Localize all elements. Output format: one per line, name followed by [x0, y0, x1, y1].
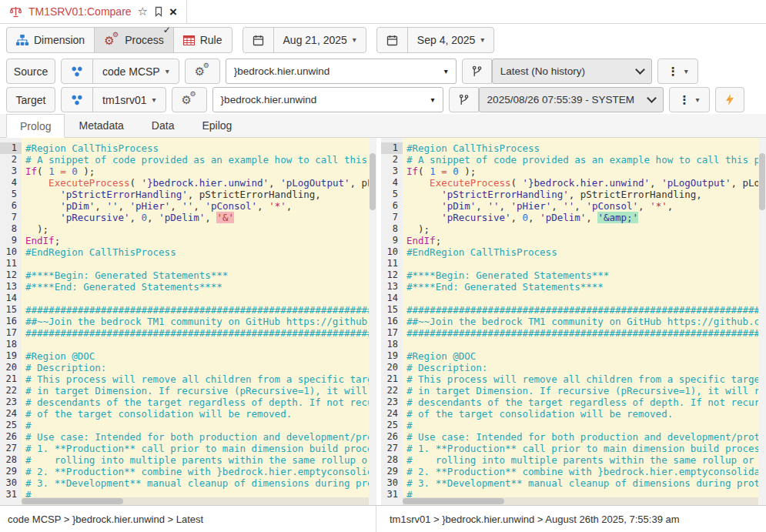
- line-number: 2: [381, 154, 403, 166]
- calendar-icon: [386, 35, 398, 46]
- close-tab-icon[interactable]: ×: [169, 5, 177, 18]
- code-line: [25, 258, 376, 269]
- gear-icon: ⚙⚙: [195, 65, 210, 77]
- target-row: Target tm1srv01 ▾ ⚙⚙ }bedrock.hier.unwin…: [6, 87, 744, 112]
- database-cluster-icon: [71, 95, 83, 105]
- caret-down-icon: ▾: [696, 96, 700, 104]
- line-number: 19: [0, 350, 22, 362]
- code-line: #: [25, 420, 376, 431]
- line-number: 22: [0, 385, 22, 396]
- vertical-scrollbar-thumb[interactable]: [370, 153, 376, 210]
- tab-epilog[interactable]: Epilog: [188, 114, 246, 137]
- horizontal-scrollbar[interactable]: [22, 497, 369, 505]
- rule-button[interactable]: Rule: [173, 27, 232, 53]
- line-number: 30: [381, 477, 403, 489]
- target-version-select[interactable]: 2025/08/26 07:55:39 - SYSTEM: [479, 87, 664, 112]
- calendar-icon: [253, 35, 264, 46]
- line-number: 10: [0, 246, 22, 258]
- tab-metadata[interactable]: Metadata: [65, 114, 137, 137]
- code-line: );: [25, 223, 376, 235]
- source-version-group: Latest (No history): [462, 59, 652, 84]
- date-from-calendar-button[interactable]: [243, 27, 274, 53]
- target-more-menu-button[interactable]: ⋮ ▾: [669, 87, 710, 112]
- source-instance-group: code MCSP ▾: [61, 59, 179, 84]
- code-line: # of the target consolidation will be re…: [25, 408, 376, 420]
- code-line: # in target Dimension. If recursive (pRe…: [406, 385, 766, 396]
- date-to-calendar-button[interactable]: [376, 27, 408, 53]
- line-number: 11: [381, 258, 403, 269]
- source-breadcrumb: code MCSP > }bedrock.hier.unwind > Lates…: [0, 506, 383, 532]
- vertical-scrollbar[interactable]: [369, 138, 376, 505]
- target-process-combobox[interactable]: }bedrock.hier.unwind ▾: [212, 87, 443, 112]
- source-instance-dropdown[interactable]: code MCSP ▾: [92, 59, 179, 84]
- dimension-button[interactable]: Dimension: [6, 27, 95, 53]
- window-tab-title: TM1SRV01:Compare: [28, 5, 132, 18]
- code-line: # 3. **Development** manual cleanup of d…: [25, 477, 376, 489]
- code-line: [406, 258, 766, 269]
- line-number: 29: [381, 466, 403, 477]
- line-number: 23: [381, 396, 403, 408]
- code-line: # 2. **Production** combine with }bedroc…: [406, 466, 766, 477]
- vertical-scrollbar-thumb[interactable]: [759, 153, 765, 210]
- chevron-down-icon: [635, 65, 645, 75]
- code-line: #Region CallThisProcess: [406, 142, 766, 154]
- code-line: ExecuteProcess( '}bedrock.hier.unwind', …: [25, 177, 376, 189]
- date-from-value: Aug 21, 2025: [283, 34, 347, 46]
- source-version-select[interactable]: Latest (No history): [492, 59, 652, 84]
- line-number: 4: [381, 177, 403, 189]
- target-instance-dropdown[interactable]: tm1srv01 ▾: [92, 87, 166, 112]
- process-button[interactable]: ⚙⚙ Process ✓: [94, 27, 174, 53]
- source-database-button[interactable]: [61, 59, 93, 84]
- vertical-scrollbar[interactable]: [758, 138, 766, 505]
- run-compare-button[interactable]: [715, 87, 744, 112]
- source-branch-button[interactable]: [462, 59, 492, 84]
- compare-tab[interactable]: TM1SRV01:Compare ☆ ×: [0, 0, 187, 23]
- code-line: ########################################…: [406, 327, 766, 339]
- kebab-menu-icon: ⋮: [679, 94, 691, 105]
- line-number: 27: [0, 443, 22, 454]
- target-label-button[interactable]: Target: [6, 87, 55, 112]
- code-lines[interactable]: #Region CallThisProcess# A snippet of co…: [403, 138, 766, 505]
- dimension-sitemap-icon: [16, 35, 28, 45]
- code-line: # descendants of the target regardless o…: [406, 396, 766, 408]
- horizontal-scrollbar-thumb[interactable]: [403, 498, 504, 504]
- source-settings-button[interactable]: ⚙⚙: [185, 59, 220, 84]
- tab-prolog[interactable]: Prolog: [6, 114, 65, 138]
- target-settings-button[interactable]: ⚙⚙: [172, 87, 207, 112]
- code-line: #EndRegion CallThisProcess: [25, 246, 376, 258]
- source-process-combobox[interactable]: }bedrock.hier.unwind ▾: [226, 59, 457, 84]
- line-number: 28: [381, 454, 403, 466]
- line-number: 21: [381, 373, 403, 385]
- code-line: #****End: Generated Statements****: [25, 281, 376, 293]
- caret-down-icon: ▾: [480, 36, 484, 44]
- line-number: 17: [381, 327, 403, 339]
- date-to-dropdown[interactable]: Sep 4, 2025 ▾: [407, 27, 495, 53]
- source-row: Source code MCSP ▾ ⚙⚙ }bedrock.hier.unwi…: [6, 59, 698, 84]
- code-lines[interactable]: #Region CallThisProcess# A snippet of co…: [22, 138, 376, 505]
- line-number: 19: [381, 350, 403, 362]
- line-number: 24: [0, 408, 22, 420]
- code-line: # Use case: Intended for both production…: [25, 431, 376, 443]
- line-number: 27: [381, 443, 403, 454]
- target-database-button[interactable]: [61, 87, 93, 112]
- line-number: 7: [381, 212, 403, 223]
- date-from-dropdown[interactable]: Aug 21, 2025 ▾: [273, 27, 366, 53]
- process-label: Process: [125, 34, 164, 46]
- favorite-star-icon[interactable]: ☆: [138, 5, 148, 18]
- caret-down-icon: ▾: [152, 96, 156, 104]
- tab-data[interactable]: Data: [138, 114, 189, 137]
- line-number: 12: [381, 269, 403, 281]
- line-number: 6: [381, 200, 403, 212]
- target-branch-button[interactable]: [449, 87, 479, 112]
- horizontal-scrollbar-thumb[interactable]: [22, 498, 123, 504]
- code-line: If( 1 = 0 );: [25, 166, 376, 177]
- line-number: 11: [0, 258, 22, 269]
- source-more-menu-button[interactable]: ⋮ ▾: [657, 59, 698, 84]
- code-line: 'pDim', '', 'pHier', '', 'pConsol', '*',: [25, 200, 376, 212]
- code-line: );: [406, 223, 766, 235]
- line-number: 18: [381, 339, 403, 350]
- bookmark-icon[interactable]: [154, 6, 163, 17]
- source-label-button[interactable]: Source: [6, 59, 55, 84]
- horizontal-scrollbar[interactable]: [403, 497, 758, 505]
- code-line: # This process will remove all children …: [25, 373, 376, 385]
